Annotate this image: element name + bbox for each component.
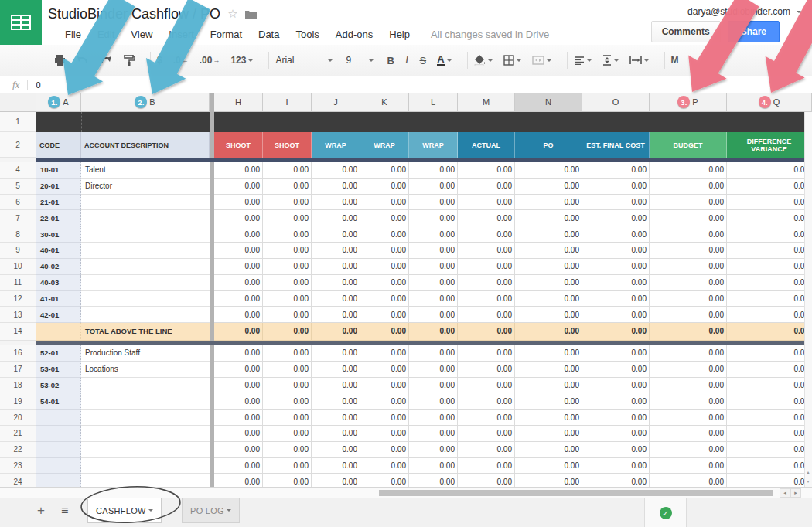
row-number[interactable]: 19 — [0, 393, 36, 410]
cell-value[interactable]: 0.00 — [458, 378, 515, 394]
cell-value[interactable]: 0.00 — [582, 226, 650, 243]
menu-tools[interactable]: Tools — [295, 29, 319, 40]
cell-value[interactable]: 0.00 — [263, 275, 312, 291]
row-number[interactable]: 12 — [0, 291, 36, 307]
formula-bar[interactable]: fx 0 — [0, 77, 812, 94]
document-title[interactable]: StudioBinder Cashflow / PO — [48, 6, 220, 22]
cell-value[interactable]: 0.00 — [409, 474, 458, 487]
cell-value[interactable]: 0.00 — [650, 458, 727, 474]
cell-value[interactable]: 0.00 — [727, 243, 812, 259]
cell-value[interactable]: 0.00 — [360, 458, 409, 474]
cell-value[interactable]: 0.00 — [263, 195, 312, 211]
cell-value[interactable]: 0.00 — [214, 275, 263, 291]
row-number[interactable]: 17 — [0, 362, 36, 378]
cell-code[interactable] — [36, 442, 81, 458]
cell-value[interactable]: 0.00 — [214, 162, 263, 178]
header-cell[interactable]: WRAP — [409, 132, 458, 158]
horizontal-scrollbar-thumb[interactable] — [379, 490, 773, 496]
fill-color-button[interactable] — [474, 55, 493, 66]
cell[interactable] — [36, 112, 81, 132]
cell-value[interactable]: 0.00 — [515, 291, 582, 307]
cell-value[interactable]: 0.00 — [409, 210, 458, 226]
cell-value[interactable]: 0.00 — [214, 195, 263, 211]
cell-value[interactable]: 0.00 — [360, 474, 409, 487]
cell-value[interactable]: 0.00 — [458, 345, 515, 362]
cell-value[interactable]: 0.00 — [263, 291, 312, 307]
scroll-right-button[interactable]: ▸ — [790, 488, 801, 498]
cell-value[interactable]: 0.00 — [312, 378, 360, 394]
cell-value[interactable]: 0.00 — [360, 210, 409, 226]
cell-description[interactable] — [81, 226, 210, 243]
row-number[interactable]: 4 — [0, 162, 36, 178]
cell-value[interactable]: 0.00 — [409, 410, 458, 426]
cell-value[interactable]: 0.00 — [360, 323, 409, 341]
cell-value[interactable]: 0.00 — [263, 442, 312, 458]
cell-value[interactable]: 0.00 — [360, 291, 409, 307]
header-cell[interactable]: CODE — [36, 132, 81, 158]
cell-value[interactable]: 0.00 — [312, 275, 360, 291]
cell-value[interactable]: 0.00 — [458, 458, 515, 474]
cell-value[interactable]: 0.00 — [263, 226, 312, 243]
cell-value[interactable]: 0.00 — [360, 226, 409, 243]
menu-edit[interactable]: Edit — [97, 29, 114, 40]
cell-value[interactable]: 0.00 — [409, 426, 458, 442]
cell-value[interactable]: 0.00 — [263, 307, 312, 323]
cell-description[interactable] — [81, 291, 210, 307]
cell-value[interactable]: 0.00 — [214, 178, 263, 195]
cell-value[interactable]: 0.00 — [727, 323, 812, 341]
cell-value[interactable]: 0.00 — [582, 259, 650, 275]
menu-add-ons[interactable]: Add-ons — [336, 29, 373, 40]
tab-po-log[interactable]: PO LOG — [182, 498, 240, 523]
cell-value[interactable]: 0.00 — [727, 226, 812, 243]
share-button[interactable]: Share — [728, 21, 780, 42]
cell-value[interactable]: 0.00 — [263, 393, 312, 410]
cell-value[interactable]: 0.00 — [727, 259, 812, 275]
cell-code[interactable] — [36, 323, 81, 341]
cell-value[interactable]: 0.00 — [515, 275, 582, 291]
cell-value[interactable]: 0.00 — [650, 162, 727, 178]
print-button[interactable] — [54, 55, 66, 66]
row-number[interactable]: 8 — [0, 226, 36, 243]
cell-value[interactable]: 0.00 — [727, 378, 812, 394]
cell-code[interactable]: 21-01 — [36, 195, 81, 211]
cell-value[interactable]: 0.00 — [650, 393, 727, 410]
cell-value[interactable]: 0.00 — [263, 458, 312, 474]
cell-value[interactable]: 0.00 — [312, 259, 360, 275]
cell-code[interactable]: 52-01 — [36, 345, 81, 362]
cell-value[interactable]: 0.00 — [515, 210, 582, 226]
cell-value[interactable]: 0.00 — [515, 307, 582, 323]
cell-value[interactable]: 0.00 — [312, 291, 360, 307]
row-number[interactable]: 9 — [0, 243, 36, 259]
cell-value[interactable]: 0.00 — [458, 474, 515, 487]
column-header-B[interactable]: 2.B — [81, 93, 210, 112]
cell-code[interactable]: 30-01 — [36, 226, 81, 243]
horizontal-scrollbar[interactable]: ◂ ▸ — [0, 487, 812, 498]
cell-value[interactable]: 0.00 — [360, 378, 409, 394]
cell-code[interactable]: 40-01 — [36, 243, 81, 259]
cell-value[interactable]: 0.00 — [515, 226, 582, 243]
cell-value[interactable]: 0.00 — [650, 226, 727, 243]
row-number[interactable]: 10 — [0, 259, 36, 275]
cell-code[interactable]: 40-03 — [36, 275, 81, 291]
cell-value[interactable]: 0.00 — [312, 307, 360, 323]
cell-value[interactable]: 0.00 — [582, 426, 650, 442]
cell-value[interactable]: 0.00 — [263, 210, 312, 226]
all-sheets-button[interactable]: ≡ — [61, 504, 68, 518]
cell-value[interactable]: 0.00 — [515, 393, 582, 410]
decrease-decimal-button[interactable]: .0← — [173, 55, 189, 66]
cell-value[interactable]: 0.00 — [312, 226, 360, 243]
cell-value[interactable]: 0.00 — [582, 393, 650, 410]
comments-button[interactable]: Comments — [651, 21, 721, 42]
cell-value[interactable]: 0.00 — [409, 243, 458, 259]
vertical-scrollbar[interactable]: ▴ ▾ — [804, 112, 812, 487]
cell-value[interactable]: 0.00 — [727, 426, 812, 442]
cell-value[interactable]: 0.00 — [214, 323, 263, 341]
cell-code[interactable]: 54-01 — [36, 393, 81, 410]
cell-value[interactable]: 0.00 — [458, 291, 515, 307]
cell-value[interactable]: 0.00 — [515, 345, 582, 362]
header-cell[interactable]: EST. FINAL COST — [582, 132, 650, 158]
cell-value[interactable]: 0.00 — [360, 393, 409, 410]
cell-value[interactable]: 0.00 — [515, 243, 582, 259]
column-header-O[interactable]: O — [582, 93, 650, 112]
menu-help[interactable]: Help — [389, 29, 410, 40]
